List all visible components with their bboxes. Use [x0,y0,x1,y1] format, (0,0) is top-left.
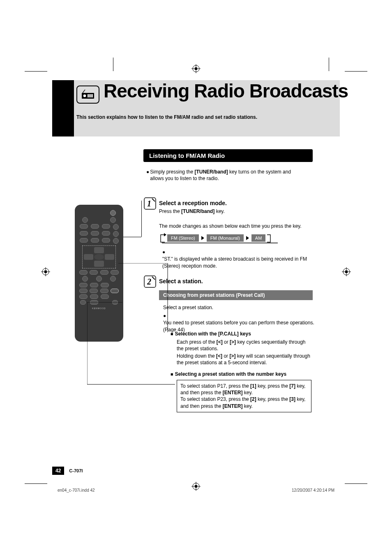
page-footer: 42 C-707I [52,467,83,475]
registration-mark-icon [191,64,201,73]
step-1-mode-note: The mode changes as shown below each tim… [159,223,302,230]
page-number: 42 [52,467,64,475]
footer-model: C-707I [69,468,83,473]
svg-rect-3 [195,67,197,70]
slug-left: en04_c-707i.indd 42 [58,488,95,493]
leader-line [87,302,176,386]
number-keys-heading: ■Selecting a preset station with the num… [171,371,286,377]
svg-rect-11 [345,271,348,273]
leader-line [141,201,142,237]
crop-mark [345,483,367,484]
arrow-right-icon [201,236,204,240]
crop-mark [25,483,47,484]
chapter-subtitle: This section explains how to listen to t… [76,114,257,120]
svg-line-25 [152,199,155,201]
preset-call-subheading: Choosing from preset stations (Preset Ca… [159,290,313,300]
st-display-note: ● "ST." is displayed while a stereo broa… [162,249,302,269]
number-key-example-box: To select station P17, press the [1] key… [177,380,311,412]
pcall-body-scan: Holding down the [<] or [>] key will sca… [177,353,311,366]
radio-icon [76,86,99,104]
mode-fm-mono: FM (Monaural) [207,234,244,242]
loop-bottom-line [160,241,279,245]
step-1-badge: 1 [144,197,156,210]
mode-fm-stereo: FM (Stereo) [167,234,199,242]
slug-right: 12/20/2007 4:20:14 PM [292,488,334,493]
mode-am: AM [251,234,266,242]
svg-rect-15 [195,485,197,488]
step-1-heading: Select a reception mode. [159,200,227,206]
svg-text:1: 1 [147,199,151,208]
step-1-press: Press the [TUNER/band] key. [159,208,225,215]
crop-mark [113,58,113,71]
svg-point-18 [83,95,86,97]
section-heading: Listening to FM/AM Radio [143,149,313,162]
svg-rect-7 [44,271,47,273]
crop-mark [345,71,367,72]
preset-required-note: ● You need to preset stations before you… [163,312,309,333]
svg-marker-27 [164,233,166,236]
registration-mark-icon [41,267,50,276]
svg-line-16 [83,90,85,93]
section-intro: ● Simply pressing the [TUNER/band] key t… [146,169,302,182]
chapter-title: Receiving Radio Broadcasts [104,80,348,102]
arrow-right-icon [246,236,249,240]
crop-mark [25,71,47,72]
crop-mark [329,58,329,71]
pcall-body-cycle: Each press of the [<] or [>] key cycles … [177,339,311,352]
registration-mark-icon [342,267,351,276]
leader-line [123,237,141,237]
registration-mark-icon [191,482,201,491]
pcall-heading: ■Selection with the [P.CALL] keys [171,331,251,337]
chapter-tab [52,80,74,136]
